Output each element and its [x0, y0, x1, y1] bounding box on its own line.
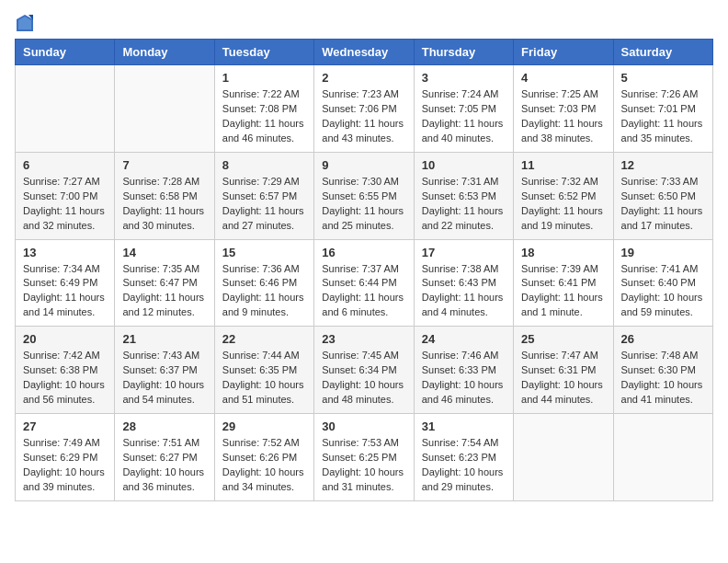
day-info: Sunrise: 7:35 AMSunset: 6:47 PMDaylight:… [122, 262, 206, 321]
calendar-week-row: 13Sunrise: 7:34 AMSunset: 6:49 PMDayligh… [16, 239, 713, 327]
day-info: Sunrise: 7:31 AMSunset: 6:53 PMDaylight:… [422, 175, 506, 234]
day-number: 15 [222, 246, 306, 259]
calendar-day-cell: 24Sunrise: 7:46 AMSunset: 6:33 PMDayligh… [414, 327, 513, 414]
calendar-day-cell: 3Sunrise: 7:24 AMSunset: 7:05 PMDaylight… [414, 65, 513, 153]
day-number: 16 [322, 246, 405, 259]
calendar-day-cell: 22Sunrise: 7:44 AMSunset: 6:35 PMDayligh… [214, 327, 313, 414]
day-info: Sunrise: 7:42 AMSunset: 6:38 PMDaylight:… [23, 349, 107, 408]
calendar-day-cell: 2Sunrise: 7:23 AMSunset: 7:06 PMDaylight… [314, 65, 414, 153]
calendar-day-cell: 1Sunrise: 7:22 AMSunset: 7:08 PMDaylight… [214, 65, 313, 153]
day-info: Sunrise: 7:32 AMSunset: 6:52 PMDaylight:… [521, 175, 605, 234]
calendar-week-row: 6Sunrise: 7:27 AMSunset: 7:00 PMDaylight… [16, 152, 713, 239]
weekday-header-monday: Monday [115, 40, 214, 65]
weekday-header-wednesday: Wednesday [314, 40, 414, 65]
day-info: Sunrise: 7:33 AMSunset: 6:50 PMDaylight:… [621, 175, 705, 234]
day-number: 17 [422, 246, 506, 259]
day-info: Sunrise: 7:48 AMSunset: 6:30 PMDaylight:… [621, 349, 705, 408]
day-number: 5 [621, 71, 705, 85]
day-info: Sunrise: 7:41 AMSunset: 6:40 PMDaylight:… [621, 262, 705, 321]
day-number: 18 [521, 246, 605, 259]
day-info: Sunrise: 7:37 AMSunset: 6:44 PMDaylight:… [322, 262, 405, 321]
calendar-week-row: 27Sunrise: 7:49 AMSunset: 6:29 PMDayligh… [16, 414, 713, 501]
calendar-day-cell: 26Sunrise: 7:48 AMSunset: 6:30 PMDayligh… [613, 327, 712, 414]
day-number: 30 [322, 419, 405, 433]
calendar-empty-cell [16, 65, 115, 153]
calendar-day-cell: 9Sunrise: 7:30 AMSunset: 6:55 PMDaylight… [314, 152, 414, 239]
day-info: Sunrise: 7:25 AMSunset: 7:03 PMDaylight:… [521, 87, 605, 146]
day-number: 24 [422, 332, 506, 346]
calendar-header-row: SundayMondayTuesdayWednesdayThursdayFrid… [16, 40, 713, 65]
calendar-table: SundayMondayTuesdayWednesdayThursdayFrid… [15, 39, 713, 501]
calendar-day-cell: 25Sunrise: 7:47 AMSunset: 6:31 PMDayligh… [514, 327, 613, 414]
calendar-day-cell: 5Sunrise: 7:26 AMSunset: 7:01 PMDaylight… [613, 65, 712, 153]
day-info: Sunrise: 7:51 AMSunset: 6:27 PMDaylight:… [122, 436, 206, 495]
day-info: Sunrise: 7:24 AMSunset: 7:05 PMDaylight:… [422, 87, 506, 146]
calendar-week-row: 1Sunrise: 7:22 AMSunset: 7:08 PMDaylight… [16, 65, 713, 153]
calendar-day-cell: 12Sunrise: 7:33 AMSunset: 6:50 PMDayligh… [613, 152, 712, 239]
day-number: 1 [222, 71, 306, 85]
day-number: 20 [23, 332, 107, 346]
weekday-header-thursday: Thursday [414, 40, 513, 65]
day-number: 22 [222, 332, 306, 346]
day-number: 10 [422, 158, 506, 172]
calendar-day-cell: 14Sunrise: 7:35 AMSunset: 6:47 PMDayligh… [115, 239, 214, 327]
calendar-day-cell: 18Sunrise: 7:39 AMSunset: 6:41 PMDayligh… [514, 239, 613, 327]
day-number: 26 [621, 332, 705, 346]
day-info: Sunrise: 7:47 AMSunset: 6:31 PMDaylight:… [521, 349, 605, 408]
calendar-day-cell: 10Sunrise: 7:31 AMSunset: 6:53 PMDayligh… [414, 152, 513, 239]
day-info: Sunrise: 7:26 AMSunset: 7:01 PMDaylight:… [621, 87, 705, 146]
day-info: Sunrise: 7:45 AMSunset: 6:34 PMDaylight:… [322, 349, 405, 408]
day-number: 8 [222, 158, 306, 172]
calendar-week-row: 20Sunrise: 7:42 AMSunset: 6:38 PMDayligh… [16, 327, 713, 414]
day-number: 23 [322, 332, 405, 346]
day-info: Sunrise: 7:53 AMSunset: 6:25 PMDaylight:… [322, 436, 405, 495]
calendar-day-cell: 13Sunrise: 7:34 AMSunset: 6:49 PMDayligh… [16, 239, 115, 327]
day-info: Sunrise: 7:36 AMSunset: 6:46 PMDaylight:… [222, 262, 306, 321]
day-info: Sunrise: 7:44 AMSunset: 6:35 PMDaylight:… [222, 349, 306, 408]
calendar-day-cell: 20Sunrise: 7:42 AMSunset: 6:38 PMDayligh… [16, 327, 115, 414]
calendar-empty-cell [613, 414, 712, 501]
calendar-day-cell: 11Sunrise: 7:32 AMSunset: 6:52 PMDayligh… [514, 152, 613, 239]
weekday-header-friday: Friday [514, 40, 613, 65]
day-info: Sunrise: 7:46 AMSunset: 6:33 PMDaylight:… [422, 349, 506, 408]
day-number: 25 [521, 332, 605, 346]
day-info: Sunrise: 7:43 AMSunset: 6:37 PMDaylight:… [122, 349, 206, 408]
calendar-day-cell: 7Sunrise: 7:28 AMSunset: 6:58 PMDaylight… [115, 152, 214, 239]
day-number: 19 [621, 246, 705, 259]
calendar-empty-cell [514, 414, 613, 501]
day-number: 21 [122, 332, 206, 346]
calendar-day-cell: 15Sunrise: 7:36 AMSunset: 6:46 PMDayligh… [214, 239, 313, 327]
day-info: Sunrise: 7:39 AMSunset: 6:41 PMDaylight:… [521, 262, 605, 321]
day-info: Sunrise: 7:29 AMSunset: 6:57 PMDaylight:… [222, 175, 306, 234]
day-number: 3 [422, 71, 506, 85]
day-info: Sunrise: 7:49 AMSunset: 6:29 PMDaylight:… [23, 436, 107, 495]
day-number: 7 [122, 158, 206, 172]
day-number: 2 [322, 71, 405, 85]
day-info: Sunrise: 7:52 AMSunset: 6:26 PMDaylight:… [222, 436, 306, 495]
day-number: 13 [23, 246, 107, 259]
day-info: Sunrise: 7:28 AMSunset: 6:58 PMDaylight:… [122, 175, 206, 234]
day-number: 31 [422, 419, 506, 433]
calendar-day-cell: 8Sunrise: 7:29 AMSunset: 6:57 PMDaylight… [214, 152, 313, 239]
weekday-header-tuesday: Tuesday [214, 40, 313, 65]
calendar-empty-cell [115, 65, 214, 153]
page-header [15, 15, 713, 28]
day-info: Sunrise: 7:54 AMSunset: 6:23 PMDaylight:… [422, 436, 506, 495]
day-number: 9 [322, 158, 405, 172]
day-number: 28 [122, 419, 206, 433]
weekday-header-saturday: Saturday [613, 40, 712, 65]
calendar-day-cell: 17Sunrise: 7:38 AMSunset: 6:43 PMDayligh… [414, 239, 513, 327]
day-number: 4 [521, 71, 605, 85]
day-info: Sunrise: 7:22 AMSunset: 7:08 PMDaylight:… [222, 87, 306, 146]
day-number: 12 [621, 158, 705, 172]
calendar-day-cell: 19Sunrise: 7:41 AMSunset: 6:40 PMDayligh… [613, 239, 712, 327]
day-number: 14 [122, 246, 206, 259]
logo [15, 15, 33, 28]
day-number: 6 [23, 158, 107, 172]
calendar-day-cell: 31Sunrise: 7:54 AMSunset: 6:23 PMDayligh… [414, 414, 513, 501]
day-info: Sunrise: 7:27 AMSunset: 7:00 PMDaylight:… [23, 175, 107, 234]
day-number: 11 [521, 158, 605, 172]
day-number: 29 [222, 419, 306, 433]
calendar-day-cell: 29Sunrise: 7:52 AMSunset: 6:26 PMDayligh… [214, 414, 313, 501]
calendar-day-cell: 27Sunrise: 7:49 AMSunset: 6:29 PMDayligh… [16, 414, 115, 501]
